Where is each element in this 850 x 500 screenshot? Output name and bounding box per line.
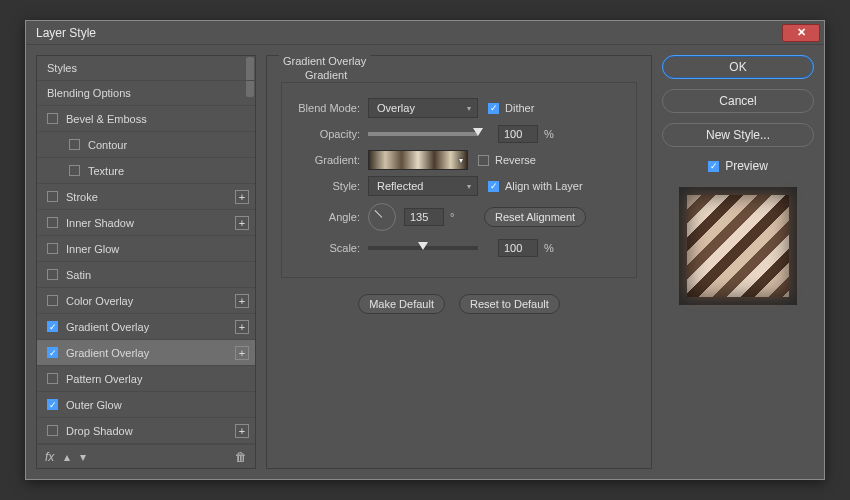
- style-checkbox[interactable]: [69, 139, 80, 150]
- angle-label: Angle:: [282, 211, 368, 223]
- move-up-icon[interactable]: ▴: [64, 450, 70, 464]
- reverse-label: Reverse: [495, 154, 536, 166]
- style-checkbox[interactable]: [47, 243, 58, 254]
- scale-slider[interactable]: [368, 246, 478, 250]
- style-item-bevel-emboss[interactable]: Bevel & Emboss: [37, 106, 255, 132]
- style-item-label: Outer Glow: [66, 399, 122, 411]
- style-item-satin[interactable]: Satin: [37, 262, 255, 288]
- styles-header[interactable]: Styles: [37, 56, 255, 81]
- new-style-button[interactable]: New Style...: [662, 123, 814, 147]
- reverse-check-icon: [478, 155, 489, 166]
- close-button[interactable]: ✕: [782, 24, 820, 42]
- dither-checkbox[interactable]: ✓ Dither: [488, 102, 534, 114]
- style-item-contour[interactable]: Contour: [37, 132, 255, 158]
- styles-label: Styles: [47, 62, 77, 74]
- style-item-label: Inner Glow: [66, 243, 119, 255]
- blend-mode-value: Overlay: [377, 102, 415, 114]
- preview-checkbox[interactable]: ✓ Preview: [662, 159, 814, 173]
- style-item-inner-glow[interactable]: Inner Glow: [37, 236, 255, 262]
- style-item-gradient-overlay[interactable]: ✓Gradient Overlay+: [37, 314, 255, 340]
- blend-mode-select[interactable]: Overlay ▾: [368, 98, 478, 118]
- style-item-label: Color Overlay: [66, 295, 133, 307]
- options-panel: Gradient Overlay Gradient Blend Mode: Ov…: [266, 55, 652, 469]
- add-effect-icon[interactable]: +: [235, 424, 249, 438]
- style-checkbox[interactable]: [47, 269, 58, 280]
- style-checkbox[interactable]: ✓: [47, 321, 58, 332]
- style-checkbox[interactable]: ✓: [47, 399, 58, 410]
- window-title: Layer Style: [36, 26, 96, 40]
- cancel-button[interactable]: Cancel: [662, 89, 814, 113]
- panel-title: Gradient Overlay: [279, 55, 370, 67]
- style-item-texture[interactable]: Texture: [37, 158, 255, 184]
- add-effect-icon[interactable]: +: [235, 294, 249, 308]
- scale-value[interactable]: 100: [498, 239, 538, 257]
- style-checkbox[interactable]: [69, 165, 80, 176]
- style-checkbox[interactable]: [47, 295, 58, 306]
- titlebar: Layer Style ✕: [26, 21, 824, 45]
- move-down-icon[interactable]: ▾: [80, 450, 86, 464]
- dither-label: Dither: [505, 102, 534, 114]
- style-checkbox[interactable]: [47, 113, 58, 124]
- reverse-checkbox[interactable]: Reverse: [478, 154, 536, 166]
- preview-check-icon: ✓: [708, 161, 719, 172]
- style-checkbox[interactable]: [47, 191, 58, 202]
- style-item-pattern-overlay[interactable]: Pattern Overlay: [37, 366, 255, 392]
- style-item-stroke[interactable]: Stroke+: [37, 184, 255, 210]
- fx-icon[interactable]: fx: [45, 450, 54, 464]
- style-select[interactable]: Reflected ▾: [368, 176, 478, 196]
- style-item-label: Stroke: [66, 191, 98, 203]
- add-effect-icon[interactable]: +: [235, 216, 249, 230]
- close-icon: ✕: [797, 26, 806, 39]
- preview-label: Preview: [725, 159, 768, 173]
- blend-mode-label: Blend Mode:: [282, 102, 368, 114]
- blending-options-header[interactable]: Blending Options: [37, 81, 255, 106]
- sidebar-footer: fx ▴ ▾ 🗑: [37, 444, 255, 468]
- gradient-swatch[interactable]: ▾: [368, 150, 468, 170]
- chevron-down-icon: ▾: [467, 104, 471, 113]
- style-item-label: Bevel & Emboss: [66, 113, 147, 125]
- add-effect-icon[interactable]: +: [235, 346, 249, 360]
- angle-unit: °: [450, 211, 474, 223]
- style-item-drop-shadow[interactable]: Drop Shadow+: [37, 418, 255, 444]
- dialog-buttons: OK Cancel New Style... ✓ Preview: [662, 55, 814, 469]
- style-item-inner-shadow[interactable]: Inner Shadow+: [37, 210, 255, 236]
- gradient-legend: Gradient: [301, 69, 351, 81]
- style-item-label: Pattern Overlay: [66, 373, 142, 385]
- gradient-label: Gradient:: [282, 154, 368, 166]
- style-value: Reflected: [377, 180, 423, 192]
- opacity-slider[interactable]: [368, 132, 478, 136]
- style-checkbox[interactable]: ✓: [47, 347, 58, 358]
- styles-sidebar: Styles Blending Options Bevel & EmbossCo…: [36, 55, 256, 469]
- opacity-unit: %: [544, 128, 568, 140]
- style-item-color-overlay[interactable]: Color Overlay+: [37, 288, 255, 314]
- reset-default-button[interactable]: Reset to Default: [459, 294, 560, 314]
- style-item-label: Satin: [66, 269, 91, 281]
- angle-dial[interactable]: [368, 203, 396, 231]
- style-item-label: Inner Shadow: [66, 217, 134, 229]
- style-checkbox[interactable]: [47, 217, 58, 228]
- align-check-icon: ✓: [488, 181, 499, 192]
- scale-label: Scale:: [282, 242, 368, 254]
- scale-unit: %: [544, 242, 568, 254]
- style-item-gradient-overlay[interactable]: ✓Gradient Overlay+: [37, 340, 255, 366]
- add-effect-icon[interactable]: +: [235, 190, 249, 204]
- preview-thumbnail: [679, 187, 797, 305]
- opacity-value[interactable]: 100: [498, 125, 538, 143]
- style-checkbox[interactable]: [47, 373, 58, 384]
- add-effect-icon[interactable]: +: [235, 320, 249, 334]
- layer-style-dialog: Layer Style ✕ Styles Blending Options Be…: [25, 20, 825, 480]
- style-item-label: Texture: [88, 165, 124, 177]
- style-checkbox[interactable]: [47, 425, 58, 436]
- style-item-outer-glow[interactable]: ✓Outer Glow: [37, 392, 255, 418]
- align-checkbox[interactable]: ✓ Align with Layer: [488, 180, 583, 192]
- chevron-down-icon: ▾: [467, 182, 471, 191]
- style-label: Style:: [282, 180, 368, 192]
- align-label: Align with Layer: [505, 180, 583, 192]
- trash-icon[interactable]: 🗑: [235, 450, 247, 464]
- style-item-label: Contour: [88, 139, 127, 151]
- dither-check-icon: ✓: [488, 103, 499, 114]
- reset-alignment-button[interactable]: Reset Alignment: [484, 207, 586, 227]
- make-default-button[interactable]: Make Default: [358, 294, 445, 314]
- ok-button[interactable]: OK: [662, 55, 814, 79]
- angle-value[interactable]: 135: [404, 208, 444, 226]
